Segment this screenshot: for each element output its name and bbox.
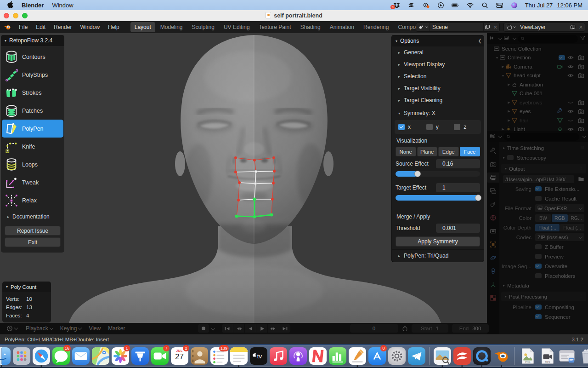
scene-selector[interactable]: Scene ✕ — [416, 23, 500, 32]
mesh-data-icon[interactable] — [557, 117, 563, 124]
checkbox-z[interactable] — [454, 124, 460, 130]
camera-toggle-icon[interactable] — [578, 108, 584, 115]
dock-app-file-mp4[interactable]: MP4 — [537, 346, 556, 366]
dock-app-photos[interactable]: 1 — [111, 346, 130, 366]
object-name[interactable]: Cube.001 — [520, 91, 543, 96]
eye-closed-toggle-icon[interactable] — [567, 117, 574, 124]
properties-tab-world[interactable] — [487, 213, 499, 223]
object-name[interactable]: Camera — [514, 64, 532, 69]
checkbox[interactable] — [507, 155, 514, 160]
segment-float-[interactable]: Float (... — [535, 224, 560, 231]
section-viewport-display[interactable]: ▸Viewport Display — [392, 58, 484, 70]
dock-app-quicktime[interactable] — [472, 346, 491, 366]
viewport-3d[interactable]: ❯ ▾ RetopoFlow 3.2.4 ContoursPolyStripsS… — [0, 33, 487, 323]
eye-toggle-icon[interactable] — [567, 72, 574, 79]
checkbox[interactable] — [535, 196, 542, 201]
camera-toggle-icon[interactable] — [578, 117, 584, 124]
file-path-field[interactable]: /Users/ajpin...op/BUst 360/ — [503, 175, 574, 183]
prop-row-metadata[interactable]: ▸Metadata⠿ — [499, 281, 588, 290]
dock-app-music[interactable] — [269, 346, 288, 366]
folder-icon[interactable] — [578, 176, 584, 183]
topbar-menu-window[interactable]: Window — [76, 23, 103, 32]
section-symmetry[interactable]: ▾Symmetry: X — [392, 107, 484, 119]
properties-tab-tool[interactable] — [487, 146, 499, 156]
tool-strokes[interactable]: Strokes — [2, 84, 63, 102]
camera-data-icon[interactable] — [557, 63, 563, 70]
poly-count-header[interactable]: ▾Poly Count — [2, 282, 51, 292]
timeline-menu-view[interactable]: View — [85, 325, 104, 332]
tool-polystrips[interactable]: PolyStrips — [2, 66, 63, 84]
expand-caret-icon[interactable]: ▶ — [507, 83, 511, 86]
checkbox[interactable] — [535, 314, 542, 319]
prop-row-output[interactable]: ▾Output⠿ — [501, 164, 586, 173]
dock-app-appletv[interactable]: tv — [249, 346, 268, 366]
dock-app-calendar[interactable]: JUL272 — [170, 346, 189, 366]
source-effect-field[interactable]: 0.16 — [436, 159, 480, 168]
viz-none-button[interactable]: None — [396, 147, 416, 156]
screen-record-icon[interactable] — [422, 1, 430, 9]
outliner-row-eyebrows[interactable]: ▶eyebrows — [487, 98, 588, 107]
scene-name[interactable]: Scene — [430, 24, 483, 30]
segment-rg-[interactable]: RG... — [568, 214, 584, 222]
filter-icon[interactable] — [580, 34, 586, 43]
properties-tab-view-layer[interactable] — [487, 186, 499, 196]
properties-tab-output[interactable] — [487, 172, 499, 183]
eye-toggle-icon[interactable] — [567, 108, 574, 115]
dock-app-messages[interactable]: 16 — [51, 346, 70, 366]
dock-app-keynote[interactable] — [130, 346, 149, 366]
siri-icon[interactable] — [510, 1, 518, 9]
dock-app-numbers[interactable] — [328, 346, 347, 366]
prev-keyframe-button[interactable] — [233, 324, 244, 333]
record-button[interactable] — [198, 324, 209, 333]
collection-checkbox[interactable] — [559, 55, 565, 60]
editor-type-icon[interactable] — [489, 34, 495, 43]
tool-knife[interactable]: Knife — [2, 138, 63, 155]
tab-rendering[interactable]: Rendering — [359, 22, 393, 32]
dock-app-pages[interactable] — [348, 346, 367, 366]
dropdown-file-format[interactable]: OpenEXR — [535, 204, 584, 212]
prev-frame-button[interactable] — [245, 324, 256, 333]
expand-caret-icon[interactable]: ▶ — [501, 65, 505, 69]
expressvpn-icon[interactable] — [407, 1, 415, 9]
camera-toggle-icon[interactable] — [578, 99, 584, 106]
dock-app-trash[interactable] — [577, 346, 588, 366]
dock-app-window[interactable] — [557, 346, 576, 366]
prop-row-stereoscopy[interactable]: ▸Stereoscopy⠿ — [499, 153, 588, 162]
dock-app-podcasts[interactable] — [288, 346, 307, 366]
viewlayer-name[interactable]: ViewLayer — [517, 24, 569, 30]
outliner-row-light[interactable]: ▶Light — [487, 125, 588, 132]
timeline-editor-type-icon[interactable] — [3, 325, 21, 332]
outliner-row-collection[interactable]: ▼Collection — [487, 53, 588, 63]
jump-to-end-button[interactable] — [279, 324, 290, 333]
outliner-row-hair[interactable]: ▶hair — [487, 116, 588, 125]
light-data-icon[interactable] — [557, 126, 563, 131]
properties-search-input[interactable] — [503, 133, 579, 141]
menubar-clock[interactable]: Thu Jul 27 12:06 PM — [525, 2, 582, 9]
section-selection[interactable]: ▸Selection — [392, 70, 484, 82]
documentation-section[interactable]: ▸Documentation — [1, 209, 64, 224]
topbar-menu-help[interactable]: Help — [104, 23, 123, 32]
menubar-item-window[interactable]: Window — [52, 2, 73, 9]
object-name[interactable]: Collection — [508, 55, 531, 60]
tab-sculpting[interactable]: Sculpting — [188, 22, 219, 32]
properties-tab-render[interactable] — [487, 159, 499, 169]
object-name[interactable]: Light — [514, 126, 525, 131]
expand-caret-icon[interactable]: ▶ — [507, 101, 511, 104]
wrench-icon[interactable] — [557, 108, 563, 115]
dock-app-telegram[interactable] — [407, 346, 426, 366]
properties-tab-scene[interactable] — [487, 199, 499, 209]
checkbox[interactable] — [535, 254, 542, 259]
tab-uv-editing[interactable]: UV Editing — [220, 22, 254, 32]
dock-app-expressvpn[interactable] — [452, 346, 471, 366]
object-name[interactable]: hair — [520, 118, 528, 123]
dock-app-notes[interactable] — [229, 346, 248, 366]
checkbox-y[interactable] — [426, 124, 433, 130]
outliner-row-head-sculpt[interactable]: ▼head sculpt — [487, 71, 588, 80]
eye-closed-toggle-icon[interactable] — [567, 99, 574, 106]
frame-end-field[interactable]: End300 — [452, 324, 489, 333]
section-polypen-triquad[interactable]: ▸PolyPen: Tri/Quad — [392, 250, 484, 262]
checkbox[interactable] — [535, 264, 542, 269]
unlink-scene-button[interactable]: ✕ — [492, 24, 499, 30]
frame-start-field[interactable]: Start1 — [412, 324, 448, 333]
object-name[interactable]: eyes — [520, 109, 531, 114]
